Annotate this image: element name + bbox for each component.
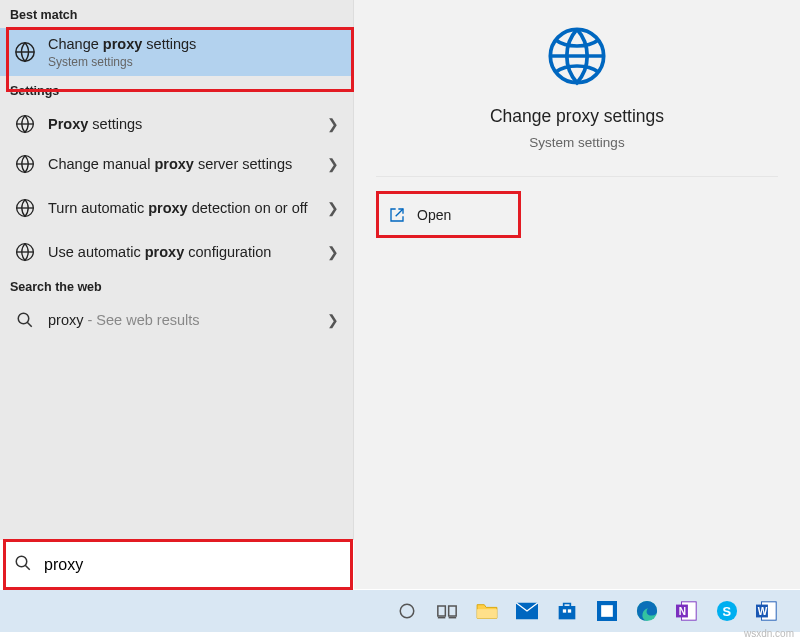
chevron-right-icon[interactable]: ❯: [323, 312, 343, 328]
detail-panel: Change proxy settings System settings Op…: [354, 0, 800, 589]
svg-line-9: [25, 565, 30, 570]
taskbar-skype[interactable]: S: [707, 590, 747, 632]
result-subtitle: System settings: [48, 55, 343, 69]
svg-rect-11: [438, 606, 446, 616]
taskbar-task-view[interactable]: [427, 590, 467, 632]
svg-point-5: [18, 313, 29, 324]
section-header-web: Search the web: [0, 272, 353, 300]
taskbar-onenote[interactable]: N: [667, 590, 707, 632]
taskbar-cortana[interactable]: [387, 590, 427, 632]
svg-point-10: [400, 604, 414, 618]
svg-rect-19: [568, 609, 571, 612]
search-icon: [14, 554, 32, 576]
section-header-best-match: Best match: [0, 0, 353, 28]
svg-line-6: [27, 322, 32, 327]
taskbar-file-explorer[interactable]: [467, 590, 507, 632]
svg-rect-17: [559, 606, 576, 619]
result-title: Use automatic proxy configuration: [48, 244, 323, 261]
chevron-right-icon[interactable]: ❯: [323, 116, 343, 132]
result-title: Proxy settings: [48, 116, 323, 133]
search-icon: [14, 311, 36, 329]
detail-title: Change proxy settings: [354, 106, 800, 127]
search-results-panel: Best match Change proxy settings System …: [0, 0, 354, 589]
result-title: Change manual proxy server settings: [48, 156, 323, 173]
result-settings-proxy-settings[interactable]: Proxy settings ❯: [0, 104, 353, 144]
result-title: Turn automatic proxy detection on or off: [48, 200, 323, 217]
svg-point-8: [16, 556, 27, 567]
svg-text:S: S: [722, 604, 731, 619]
result-settings-turn-automatic-proxy[interactable]: Turn automatic proxy detection on or off…: [0, 184, 353, 232]
search-input[interactable]: [32, 556, 354, 574]
svg-text:N: N: [679, 606, 686, 617]
chevron-right-icon[interactable]: ❯: [323, 200, 343, 216]
svg-text:W: W: [758, 606, 768, 617]
chevron-right-icon[interactable]: ❯: [323, 156, 343, 172]
globe-icon: [14, 242, 36, 262]
globe-icon: [14, 114, 36, 134]
annotation-highlight-open: Open: [376, 191, 521, 238]
result-best-match-change-proxy-settings[interactable]: Change proxy settings System settings: [0, 28, 353, 76]
taskbar: N S W: [0, 590, 800, 632]
globe-icon: [14, 198, 36, 218]
result-settings-use-automatic-proxy[interactable]: Use automatic proxy configuration ❯: [0, 232, 353, 272]
open-icon: [389, 207, 405, 223]
globe-icon: [14, 154, 36, 174]
taskbar-app-blue[interactable]: [587, 590, 627, 632]
open-label: Open: [417, 207, 451, 223]
svg-rect-15: [477, 609, 497, 618]
result-web-proxy[interactable]: proxy - See web results ❯: [0, 300, 353, 340]
chevron-right-icon[interactable]: ❯: [323, 244, 343, 260]
taskbar-word[interactable]: W: [747, 590, 787, 632]
result-title: proxy - See web results: [48, 312, 323, 329]
section-header-settings: Settings: [0, 76, 353, 104]
search-box[interactable]: [0, 540, 354, 589]
result-title: Change proxy settings: [48, 36, 343, 53]
watermark: wsxdn.com: [744, 628, 794, 639]
svg-rect-21: [601, 605, 613, 617]
svg-rect-12: [449, 606, 457, 616]
taskbar-mail[interactable]: [507, 590, 547, 632]
svg-rect-18: [563, 609, 566, 612]
open-button[interactable]: Open: [389, 194, 518, 235]
result-settings-change-manual-proxy[interactable]: Change manual proxy server settings ❯: [0, 144, 353, 184]
taskbar-edge[interactable]: [627, 590, 667, 632]
taskbar-store[interactable]: [547, 590, 587, 632]
globe-icon: [14, 41, 36, 63]
detail-subtitle: System settings: [354, 135, 800, 150]
globe-icon: [545, 24, 609, 92]
